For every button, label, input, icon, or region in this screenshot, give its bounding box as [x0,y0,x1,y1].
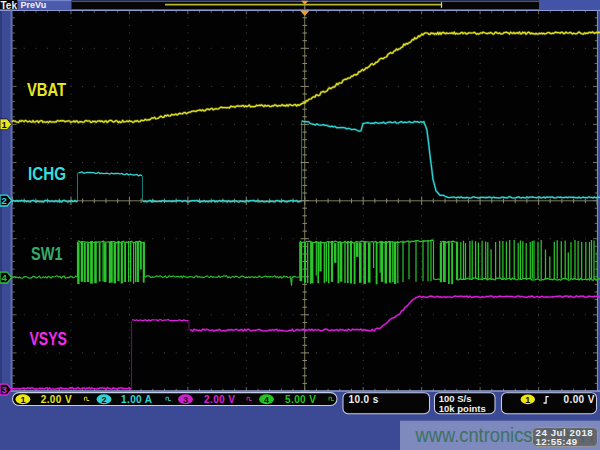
svg-text:10k points: 10k points [439,403,486,414]
svg-text:4: 4 [264,395,269,405]
svg-text:10.0 s: 10.0 s [349,394,379,405]
svg-text:1: 1 [525,395,530,405]
svg-text:1: 1 [20,395,25,405]
svg-text:3: 3 [2,384,7,395]
svg-text:Tek: Tek [1,0,18,11]
svg-text:4: 4 [2,272,8,283]
svg-text:1: 1 [2,119,8,130]
svg-text:VSYS: VSYS [30,329,68,349]
svg-text:2.00 V: 2.00 V [204,394,235,405]
svg-text:5.00 V: 5.00 V [285,394,316,405]
svg-text:VBAT: VBAT [27,80,66,100]
svg-text:12:55:49: 12:55:49 [536,436,578,447]
svg-text:2: 2 [2,195,7,206]
svg-text:www.cntronics: www.cntronics [415,423,533,446]
svg-text:PreVu: PreVu [21,0,47,10]
svg-text:0.00 V: 0.00 V [564,394,595,405]
svg-text:2.00 V: 2.00 V [41,394,72,405]
svg-text:SW1: SW1 [31,244,63,264]
svg-text:2: 2 [101,395,106,405]
svg-text:1.00 A: 1.00 A [121,394,153,405]
svg-text:ICHG: ICHG [28,164,66,184]
svg-text:3: 3 [183,395,188,405]
